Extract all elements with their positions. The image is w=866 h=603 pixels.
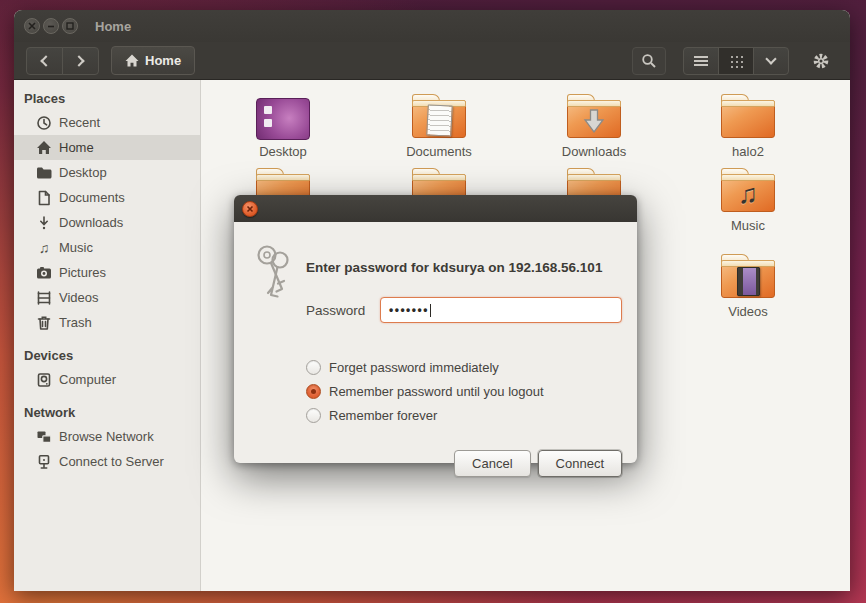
back-icon [40,55,51,66]
orange-folder-icon [721,100,775,138]
sidebar-item-label: Recent [59,115,100,130]
sidebar-section-places: PlacesRecentHomeDesktopDocumentsDownload… [14,87,200,335]
sidebar-item-videos[interactable]: Videos [14,285,200,310]
home-icon [125,54,139,67]
radio-unselected-icon[interactable] [306,408,321,423]
keys-icon [250,240,298,306]
forward-button[interactable] [62,47,99,75]
radio-option-0[interactable]: Forget password immediately [306,355,544,379]
desktop-icon [223,90,343,142]
file-label: Videos [688,304,808,319]
sidebar-item-label: Downloads [59,215,123,230]
back-button[interactable] [26,47,63,75]
sidebar-item-downloads[interactable]: Downloads [14,210,200,235]
file-item-downloads[interactable]: Downloads [534,90,654,159]
server-icon [36,454,52,470]
radio-selected-icon[interactable] [306,384,321,399]
sidebar-item-computer[interactable]: Computer [14,367,200,392]
gear-icon [812,52,830,70]
sidebar-item-recent[interactable]: Recent [14,110,200,135]
maximize-window-button[interactable] [62,18,78,34]
sidebar-item-label: Computer [59,372,116,387]
sidebar-item-browse-network[interactable]: Browse Network [14,424,200,449]
sidebar-item-label: Documents [59,190,125,205]
radio-unselected-icon[interactable] [306,360,321,375]
close-icon [246,205,254,213]
settings-menu-button[interactable] [804,47,838,75]
sidebar-item-music[interactable]: ♫Music [14,235,200,260]
sidebar-item-label: Trash [59,315,92,330]
sidebar-section-header: Network [14,401,200,424]
password-masked-value: ••••••• [389,304,429,316]
radio-option-2[interactable]: Remember forever [306,403,544,427]
folder-icon: ♫ [688,164,808,216]
orange-folder-icon [721,260,775,298]
sidebar-item-desktop[interactable]: Desktop [14,160,200,185]
sidebar-section-network: NetworkBrowse NetworkConnect to Server [14,401,200,474]
toolbar: Home [14,42,850,80]
file-label: Desktop [223,144,343,159]
clock-icon [36,115,52,131]
sidebar-item-home[interactable]: Home [14,135,200,160]
paper-emblem [426,104,453,136]
sidebar-item-trash[interactable]: Trash [14,310,200,335]
orange-folder-icon [412,100,466,138]
desktop-screen-icon [256,98,310,140]
file-item-music[interactable]: ♫Music [688,164,808,233]
chevron-down-icon [765,53,776,64]
password-dialog: Enter password for kdsurya on 192.168.56… [234,195,637,463]
sidebar-section-header: Devices [14,344,200,367]
download-arrow-emblem [581,108,607,134]
sidebar-item-connect-to-server[interactable]: Connect to Server [14,449,200,474]
radio-option-label: Remember password until you logout [329,384,544,399]
grid-view-icon [731,56,733,58]
sidebar-item-label: Music [59,240,93,255]
radio-option-label: Remember forever [329,408,437,423]
file-item-halo2[interactable]: halo2 [688,90,808,159]
network-icon [36,429,52,445]
minimize-window-button[interactable] [43,18,59,34]
view-options-button[interactable] [753,47,789,75]
home-location-button[interactable]: Home [111,46,195,75]
titlebar[interactable]: Home [14,10,850,42]
list-view-button[interactable] [683,47,719,75]
nav-button-group [26,47,99,75]
radio-option-1[interactable]: Remember password until you logout [306,379,544,403]
sidebar: PlacesRecentHomeDesktopDocumentsDownload… [14,80,201,591]
password-remember-options: Forget password immediatelyRemember pass… [306,355,544,427]
sidebar-section-header: Places [14,87,200,110]
sidebar-item-label: Connect to Server [59,454,164,469]
close-window-button[interactable] [24,18,40,34]
sidebar-item-label: Pictures [59,265,106,280]
file-item-desktop[interactable]: Desktop [223,90,343,159]
dialog-title: Enter password for kdsurya on 192.168.56… [306,260,626,275]
film-strip-emblem [737,267,760,296]
folder-icon [534,90,654,142]
sidebar-item-pictures[interactable]: Pictures [14,260,200,285]
connect-button[interactable]: Connect [538,450,622,477]
drive-icon [36,372,52,388]
folder-icon [688,250,808,302]
film-icon [36,290,52,306]
orange-folder-icon [567,100,621,138]
search-button[interactable] [632,47,666,75]
cancel-button[interactable]: Cancel [454,450,530,477]
close-icon [28,22,36,30]
file-item-documents[interactable]: Documents [379,90,499,159]
minimize-icon [47,22,55,30]
dialog-close-button[interactable] [242,201,258,217]
dialog-titlebar[interactable] [234,195,637,222]
folder-icon [36,165,52,181]
camera-icon [36,265,52,281]
grid-view-button[interactable] [718,47,754,75]
download-icon [36,215,52,231]
file-label: Music [688,218,808,233]
sidebar-item-label: Browse Network [59,429,154,444]
password-input[interactable]: ••••••• [380,297,622,323]
sidebar-item-documents[interactable]: Documents [14,185,200,210]
sidebar-section-devices: DevicesComputer [14,344,200,392]
forward-icon [73,55,84,66]
document-icon [36,190,52,206]
file-item-videos[interactable]: Videos [688,250,808,319]
music-note-emblem: ♫ [738,181,758,208]
